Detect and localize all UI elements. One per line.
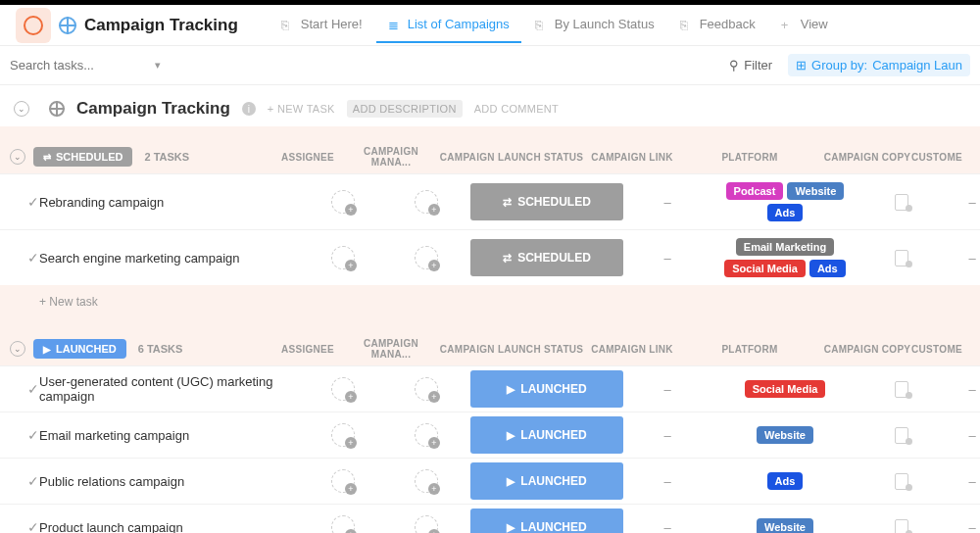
customer-cell[interactable]: –: [947, 382, 980, 397]
assignee-cell[interactable]: [304, 515, 382, 533]
platform-tag[interactable]: Ads: [767, 472, 804, 490]
platform-cell[interactable]: Website: [711, 422, 858, 448]
tab-start-here-[interactable]: ⎘Start Here!: [270, 7, 374, 43]
link-cell[interactable]: –: [623, 520, 711, 534]
task-name[interactable]: Email marketing campaign: [39, 428, 304, 443]
copy-cell[interactable]: [858, 250, 947, 266]
status-cell[interactable]: ▶LAUNCHED: [470, 509, 623, 533]
customer-cell[interactable]: –: [947, 474, 980, 489]
assignee-cell[interactable]: [304, 377, 382, 401]
column-header-mana[interactable]: CAMPAIGN MANA...: [347, 338, 435, 360]
assignee-avatar-icon[interactable]: [331, 469, 355, 493]
add-comment-action[interactable]: ADD COMMENT: [474, 103, 559, 115]
group-by-button[interactable]: ⊞ Group by: Campaign Laun: [788, 54, 970, 76]
customer-cell[interactable]: –: [947, 520, 980, 534]
assignee-cell[interactable]: [304, 469, 382, 493]
column-header-assignee[interactable]: ASSIGNEE: [269, 344, 347, 355]
assignee-avatar-icon[interactable]: [331, 190, 355, 214]
customer-cell[interactable]: –: [947, 428, 980, 443]
task-row[interactable]: ✓Public relations campaign▶LAUNCHED–Ads–: [0, 458, 980, 504]
manager-cell[interactable]: [382, 515, 470, 533]
task-row[interactable]: ✓Email marketing campaign▶LAUNCHED–Websi…: [0, 412, 980, 458]
manager-avatar-icon[interactable]: [415, 515, 438, 533]
platform-cell[interactable]: Website: [711, 514, 858, 533]
platform-cell[interactable]: Email MarketingSocial MediaAds: [711, 234, 858, 281]
column-header-customer[interactable]: CUSTOME: [911, 344, 970, 355]
task-name[interactable]: Search engine marketing campaign: [39, 251, 304, 266]
add-description-action[interactable]: ADD DESCRIPTION: [347, 100, 463, 118]
platform-tag[interactable]: Podcast: [726, 182, 784, 200]
document-icon[interactable]: [895, 250, 910, 266]
platform-cell[interactable]: PodcastWebsiteAds: [711, 178, 858, 225]
status-cell[interactable]: ▶LAUNCHED: [470, 416, 623, 454]
info-icon[interactable]: i: [242, 102, 256, 116]
document-icon[interactable]: [895, 473, 910, 489]
column-header-assignee[interactable]: ASSIGNEE: [269, 152, 347, 163]
platform-tag[interactable]: Website: [787, 182, 844, 200]
manager-cell[interactable]: [382, 190, 470, 214]
tab-list-of-campaigns[interactable]: ≣List of Campaigns: [376, 7, 521, 43]
assignee-avatar-icon[interactable]: [331, 515, 355, 533]
assignee-avatar-icon[interactable]: [331, 246, 355, 269]
column-header-status[interactable]: CAMPAIGN LAUNCH STATUS: [435, 152, 588, 163]
manager-avatar-icon[interactable]: [415, 377, 438, 401]
group-collapse-icon[interactable]: ⌄: [10, 149, 25, 165]
assignee-cell[interactable]: [304, 190, 382, 214]
column-header-copy[interactable]: CAMPAIGN COPY: [823, 152, 911, 163]
link-cell[interactable]: –: [623, 195, 711, 210]
customer-cell[interactable]: –: [947, 251, 980, 266]
task-name[interactable]: Rebranding campaign: [39, 195, 304, 210]
assignee-avatar-icon[interactable]: [331, 377, 355, 401]
task-check-icon[interactable]: ✓: [27, 519, 39, 533]
task-name[interactable]: Public relations campaign: [39, 474, 304, 489]
platform-tag[interactable]: Website: [757, 426, 813, 444]
platform-cell[interactable]: Social Media: [711, 376, 858, 402]
task-name[interactable]: Product launch campaign: [39, 520, 304, 534]
platform-tag[interactable]: Social Media: [724, 260, 806, 277]
column-header-link[interactable]: CAMPAIGN LINK: [588, 152, 676, 163]
copy-cell[interactable]: [858, 473, 947, 489]
document-icon[interactable]: [895, 427, 910, 443]
group-status-pill[interactable]: ⇄SCHEDULED: [33, 147, 132, 167]
platform-tag[interactable]: Email Marketing: [736, 238, 834, 256]
manager-cell[interactable]: [382, 246, 470, 269]
task-check-icon[interactable]: ✓: [27, 250, 39, 266]
new-task-action[interactable]: + NEW TASK: [268, 103, 335, 115]
status-cell[interactable]: ▶LAUNCHED: [470, 370, 623, 408]
link-cell[interactable]: –: [623, 474, 711, 489]
collapse-all-icon[interactable]: ⌄: [14, 101, 29, 117]
platform-tag[interactable]: Ads: [767, 204, 804, 221]
link-cell[interactable]: –: [623, 428, 711, 443]
manager-avatar-icon[interactable]: [415, 469, 438, 493]
assignee-cell[interactable]: [304, 423, 382, 447]
tab-by-launch-status[interactable]: ⎘By Launch Status: [523, 7, 666, 43]
document-icon[interactable]: [895, 381, 910, 397]
manager-cell[interactable]: [382, 377, 470, 401]
tab-feedback[interactable]: ⎘Feedback: [668, 7, 767, 43]
task-name[interactable]: User-generated content (UGC) marketing c…: [39, 374, 304, 404]
column-header-customer[interactable]: CUSTOME: [911, 152, 970, 163]
platform-tag[interactable]: Website: [757, 518, 813, 533]
customer-cell[interactable]: –: [947, 195, 980, 210]
new-task-button[interactable]: + New task: [0, 285, 980, 318]
manager-avatar-icon[interactable]: [415, 246, 438, 269]
task-check-icon[interactable]: ✓: [27, 427, 39, 443]
chevron-down-icon[interactable]: ▾: [155, 59, 161, 72]
manager-cell[interactable]: [382, 423, 470, 447]
task-row[interactable]: ✓User-generated content (UGC) marketing …: [0, 365, 980, 412]
manager-avatar-icon[interactable]: [415, 190, 438, 214]
column-header-copy[interactable]: CAMPAIGN COPY: [823, 344, 911, 355]
link-cell[interactable]: –: [623, 251, 711, 266]
link-cell[interactable]: –: [623, 382, 711, 397]
column-header-mana[interactable]: CAMPAIGN MANA...: [347, 146, 435, 168]
task-check-icon[interactable]: ✓: [27, 381, 39, 397]
copy-cell[interactable]: [858, 194, 947, 210]
column-header-link[interactable]: CAMPAIGN LINK: [588, 344, 676, 355]
filter-button[interactable]: ⚲ Filter: [729, 58, 772, 73]
manager-cell[interactable]: [382, 469, 470, 493]
platform-tag[interactable]: Ads: [809, 260, 846, 277]
column-header-status[interactable]: CAMPAIGN LAUNCH STATUS: [435, 344, 588, 355]
platform-tag[interactable]: Social Media: [745, 380, 826, 398]
assignee-avatar-icon[interactable]: [331, 423, 355, 447]
copy-cell[interactable]: [858, 427, 947, 443]
